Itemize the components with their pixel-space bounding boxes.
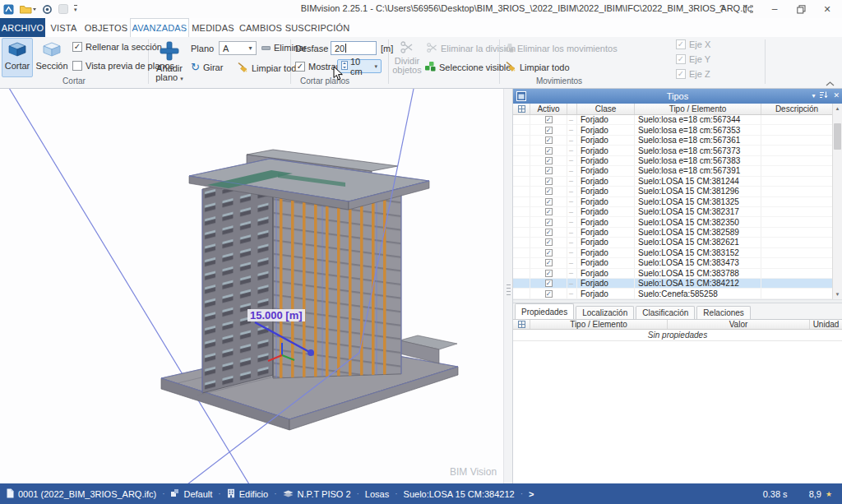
customize-toolbar-button[interactable]: ▾ [74, 5, 77, 13]
table-row[interactable]: ✓ – Forjado Suelo:LOSA 15 CM:383788 [513, 269, 832, 279]
row-active-checkbox[interactable]: ✓ [545, 238, 553, 246]
table-row[interactable]: ✓ – Forjado Suelo:LOSA 15 CM:382350 [513, 217, 832, 227]
table-row[interactable]: ✓ – Forjado Suelo:losa e=18 cm:567383 [513, 156, 832, 166]
cortar-button[interactable]: Cortar [2, 38, 33, 77]
row-active-checkbox[interactable]: ✓ [545, 259, 553, 266]
tree-connector: – [569, 156, 573, 164]
tab-objetos[interactable]: OBJETOS [82, 18, 130, 37]
row-active-checkbox[interactable]: ✓ [545, 280, 553, 287]
row-active-checkbox[interactable]: ✓ [545, 116, 553, 123]
row-active-checkbox[interactable]: ✓ [545, 198, 553, 206]
row-active-checkbox[interactable]: ✓ [545, 208, 553, 215]
table-row[interactable]: ✓ – Forjado Suelo:LOSA 15 CM:384212 [513, 279, 832, 289]
row-active-checkbox[interactable]: ✓ [545, 167, 553, 174]
rellenar-seccion-checkbox[interactable]: ✓ Rellenar la sección [72, 42, 162, 52]
table-row[interactable]: ✓ – Forjado Suelo:losa e=18 cm:567361 [513, 136, 832, 146]
ribbon-collapse-button[interactable] [826, 78, 835, 88]
table-row[interactable]: ✓ – Forjado Suelo:losa e=18 cm:567373 [513, 146, 832, 155]
table-row[interactable]: ✓ – Forjado Suelo:losa e=18 cm:567391 [513, 166, 832, 176]
table-row[interactable]: ✓ – Forjado Suelo:LOSA 15 CM:382589 [513, 228, 832, 238]
row-active-checkbox[interactable]: ✓ [545, 127, 553, 134]
tab-localizacion[interactable]: Localización [576, 306, 634, 319]
fullscreen-button[interactable] [742, 2, 755, 16]
breadcrumb-default[interactable]: Default [170, 488, 212, 499]
dividir-objetos-button[interactable]: Dividir objetos [391, 38, 423, 81]
row-active-checkbox[interactable]: ✓ [545, 290, 553, 298]
status-file[interactable]: 0001 (2022_BIM_3RIOS_ARQ.ifc) [7, 488, 156, 500]
scrollbar-thumb[interactable] [834, 123, 841, 150]
target-icon[interactable] [42, 4, 53, 15]
row-active-checkbox[interactable]: ✓ [545, 147, 553, 155]
table-row[interactable]: ✓ – Forjado Suelo:LOSA 15 CM:381325 [513, 197, 832, 207]
seleccione-visible-button[interactable]: Seleccione visible [424, 61, 511, 73]
row-active-checkbox[interactable]: ✓ [545, 219, 553, 226]
table-row[interactable]: ✓ – Forjado Suelo:losa e=18 cm:567353 [513, 125, 832, 135]
breadcrumb-losas[interactable]: Losas [365, 489, 389, 499]
tab-cambios[interactable]: CAMBIOS [237, 18, 285, 37]
column-header-tipo-elemento[interactable]: Tipo / Elemento [530, 320, 668, 329]
limpiar-todo-movimientos-label: Limpiar todo [520, 62, 570, 72]
scroll-up-button[interactable]: ▲ [833, 104, 842, 113]
table-row[interactable]: ✓ – Forjado Suelo:LOSA 15 CM:382317 [513, 207, 832, 217]
table-row[interactable]: ✓ – Forjado Suelo:LOSA 15 CM:383152 [513, 248, 832, 258]
table-row[interactable]: ✓ – Forjado Suelo:LOSA 15 CM:381296 [513, 187, 832, 197]
limpiar-todo-label: Limpiar todo [252, 63, 302, 73]
tab-propiedades[interactable]: Propiedades [515, 303, 574, 319]
row-active-checkbox[interactable]: ✓ [545, 249, 553, 257]
tab-vista[interactable]: VISTA [45, 18, 82, 37]
tab-clasificacion[interactable]: Clasificación [636, 306, 695, 319]
panel-menu-button[interactable]: ▾ [812, 92, 815, 99]
tab-relaciones[interactable]: Relaciones [696, 306, 750, 319]
breadcrumb-elemento[interactable]: Suelo:LOSA 15 CM:384212 [404, 489, 515, 499]
tipos-panel-titlebar[interactable]: Tipos ▾ ✕ [513, 89, 842, 104]
desfase-input[interactable]: 20 [331, 41, 377, 55]
column-header-activo[interactable]: Activo [530, 104, 567, 114]
minimize-button[interactable]: – [768, 2, 781, 16]
seccion-button[interactable]: Sección [35, 38, 69, 77]
open-file-button[interactable] [20, 4, 36, 14]
tab-avanzadas[interactable]: AVANZADAS [130, 18, 189, 37]
row-descripcion [761, 258, 832, 267]
help-button[interactable]: ? [715, 2, 729, 16]
breadcrumb-edificio[interactable]: Edificio [227, 488, 268, 500]
column-header-descripcion[interactable]: Descripción [761, 104, 832, 114]
grid-icon[interactable] [513, 104, 530, 114]
close-button[interactable]: ✕ [821, 2, 834, 16]
grid-icon[interactable] [513, 320, 530, 329]
plano-select[interactable]: A ▾ [219, 41, 257, 55]
column-header-clase[interactable]: Clase [577, 104, 635, 114]
tab-suscripcion[interactable]: SUSCRIPCIÓN [285, 18, 350, 37]
mostrar-checkbox[interactable]: ✓ Mostrar [295, 62, 339, 72]
table-row[interactable]: ✓ – Forjado Suelo:losa e=18 cm:567344 [513, 115, 832, 125]
row-active-checkbox[interactable]: ✓ [545, 187, 553, 195]
breadcrumb-piso[interactable]: N.P.T PISO 2 [283, 489, 351, 499]
column-header-unidad[interactable]: Unidad [810, 320, 842, 329]
breadcrumb-expander[interactable]: > [529, 489, 534, 499]
limpiar-todo-movimientos-button[interactable]: Limpiar todo [505, 61, 570, 73]
scissors-icon [400, 41, 414, 55]
row-active-checkbox[interactable]: ✓ [545, 270, 553, 277]
column-header-tipo[interactable]: Tipo / Elemento [635, 104, 761, 114]
table-row[interactable]: ✓ – Forjado Suelo:Cenefa:585258 [513, 289, 832, 298]
row-active-checkbox[interactable]: ✓ [545, 157, 553, 164]
restore-button[interactable] [794, 2, 807, 16]
table-row[interactable]: ✓ – Forjado Suelo:LOSA 15 CM:382621 [513, 238, 832, 247]
viewport-3d[interactable]: 15.000 [m] BIM Vision [0, 89, 503, 483]
scroll-down-button[interactable]: ▼ [833, 289, 842, 299]
anadir-plano-button[interactable]: Añadir plano ▾ [151, 38, 187, 81]
panel-close-button[interactable]: ✕ [833, 91, 840, 99]
vertical-splitter[interactable] [503, 89, 513, 483]
table-row[interactable]: ✓ – Forjado Suelo:LOSA 15 CM:381244 [513, 177, 832, 187]
row-active-checkbox[interactable]: ✓ [545, 136, 553, 144]
grosor-spinner[interactable]: 10 cm ▾ [337, 59, 382, 73]
tab-medidas[interactable]: MEDIDAS [189, 18, 237, 37]
table-row[interactable]: ✓ – Forjado Suelo:LOSA 15 CM:383473 [513, 258, 832, 268]
column-header-valor[interactable]: Valor [668, 320, 810, 329]
tab-archivo[interactable]: ARCHIVO [0, 18, 45, 37]
row-active-checkbox[interactable]: ✓ [545, 229, 553, 236]
panel-sort-button[interactable] [820, 90, 828, 100]
tipos-scrollbar[interactable]: ▲ ▼ [832, 104, 842, 299]
girar-button[interactable]: ↻ Girar [191, 62, 223, 72]
row-active-checkbox[interactable]: ✓ [545, 178, 553, 185]
limpiar-todo-planos-button[interactable]: Limpiar todo [237, 62, 302, 74]
